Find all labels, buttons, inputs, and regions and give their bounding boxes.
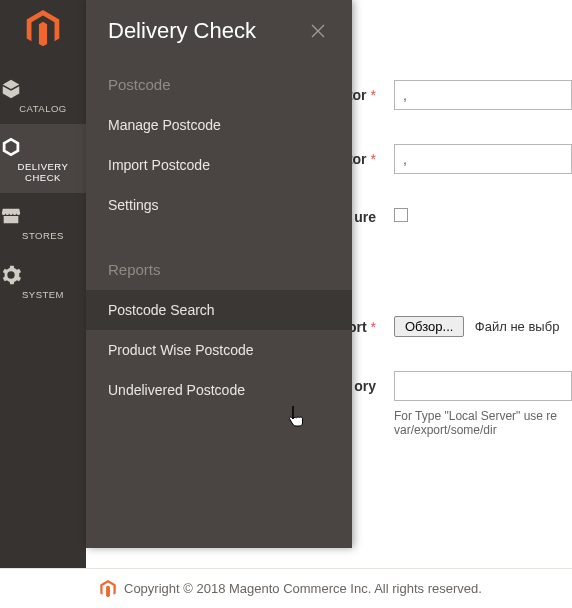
separator-input-1[interactable] (394, 80, 572, 110)
rail-label: CATALOG (0, 104, 86, 114)
rail-item-catalog[interactable]: CATALOG (0, 66, 86, 124)
cube-icon (0, 78, 86, 100)
menu-item-product-wise-postcode[interactable]: Product Wise Postcode (86, 330, 352, 370)
footer: Copyright © 2018 Magento Commerce Inc. A… (0, 568, 572, 608)
gear-icon (0, 264, 86, 286)
help-text: For Type "Local Server" use re var/expor… (394, 409, 572, 437)
menu-item-undelivered-postcode[interactable]: Undelivered Postcode (86, 370, 352, 410)
rail-label: STORES (0, 231, 86, 241)
close-icon[interactable] (306, 19, 330, 43)
flyout-title: Delivery Check (108, 18, 256, 44)
file-chosen-text: Файл не выбр (475, 319, 560, 334)
section-label-reports: Reports (86, 253, 352, 290)
store-icon (0, 205, 86, 227)
directory-input[interactable] (394, 371, 572, 401)
section-label-postcode: Postcode (86, 68, 352, 105)
rail-item-delivery-check[interactable]: DELIVERYCHECK (0, 124, 86, 193)
rail-label: SYSTEM (0, 290, 86, 300)
menu-item-settings[interactable]: Settings (86, 185, 352, 225)
enclosure-checkbox[interactable] (394, 208, 408, 222)
menu-item-postcode-search[interactable]: Postcode Search (86, 290, 352, 330)
file-browse-button[interactable]: Обзор... (394, 316, 464, 337)
magento-logo-small-icon (100, 580, 116, 598)
separator-input-2[interactable] (394, 144, 572, 174)
magento-logo-icon (26, 10, 60, 48)
admin-rail: CATALOG DELIVERYCHECK STORES SYSTEM (0, 0, 86, 608)
rail-item-stores[interactable]: STORES (0, 193, 86, 251)
copyright-text: Copyright © 2018 Magento Commerce Inc. A… (124, 581, 482, 596)
menu-item-manage-postcode[interactable]: Manage Postcode (86, 105, 352, 145)
rail-label: DELIVERYCHECK (0, 162, 86, 183)
delivery-check-flyout: Delivery Check Postcode Manage Postcode … (86, 0, 352, 548)
rail-item-system[interactable]: SYSTEM (0, 252, 86, 310)
menu-item-import-postcode[interactable]: Import Postcode (86, 145, 352, 185)
hexagon-icon (0, 136, 86, 158)
